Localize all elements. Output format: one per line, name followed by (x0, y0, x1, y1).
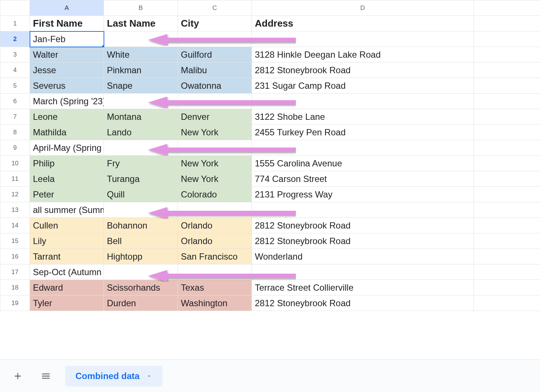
cell[interactable]: First Name (30, 16, 104, 31)
cell[interactable] (104, 202, 178, 218)
cell[interactable]: 2812 Stoneybrook Road (252, 233, 474, 249)
table-row[interactable]: 5 Severus Snape Owatonna 231 Sugar Camp … (0, 78, 540, 94)
cell[interactable]: Jesse (30, 62, 104, 78)
table-row[interactable]: 1 First Name Last Name City Address (0, 16, 540, 31)
cell[interactable] (252, 31, 474, 47)
row-header[interactable]: 11 (0, 171, 30, 187)
row-header[interactable]: 16 (0, 249, 30, 264)
cell[interactable]: Denver (178, 109, 252, 125)
cell[interactable]: 3128 Hinkle Deegan Lake Road (252, 47, 474, 62)
table-row[interactable]: 17 Sep-Oct (Autumn '23) (0, 264, 540, 280)
all-sheets-button[interactable] (37, 367, 55, 385)
table-row[interactable]: 16 Tarrant Hightopp San Francisco Wonder… (0, 249, 540, 264)
table-row[interactable]: 13 all summer (Summer '23) (0, 202, 540, 218)
cell[interactable] (104, 264, 178, 280)
cell[interactable] (178, 94, 252, 109)
cell[interactable] (474, 78, 540, 94)
cell[interactable] (474, 62, 540, 78)
cell[interactable] (104, 94, 178, 109)
cell[interactable] (178, 31, 252, 47)
cell[interactable]: March (Spring '23) (30, 94, 104, 109)
cell[interactable] (474, 156, 540, 171)
column-header-D[interactable]: D (252, 0, 474, 16)
cell[interactable]: Hightopp (104, 249, 178, 264)
cell[interactable]: Philip (30, 156, 104, 171)
cell[interactable] (178, 140, 252, 156)
table-row[interactable]: 19 Tyler Durden Washington 2812 Stoneybr… (0, 295, 540, 311)
cell[interactable]: Lily (30, 233, 104, 249)
cell[interactable] (474, 202, 540, 218)
cell[interactable] (178, 264, 252, 280)
cell[interactable]: Orlando (178, 218, 252, 233)
cell[interactable]: Leone (30, 109, 104, 125)
cell[interactable] (474, 171, 540, 187)
cell[interactable]: April-May (Spring '23) (30, 140, 104, 156)
cell[interactable] (474, 187, 540, 202)
table-row[interactable]: 8 Mathilda Lando New York 2455 Turkey Pe… (0, 125, 540, 140)
row-header[interactable]: 7 (0, 109, 30, 125)
cell[interactable]: San Francisco (178, 249, 252, 264)
cell[interactable] (474, 233, 540, 249)
table-row[interactable]: 18 Edward Scissorhands Texas Terrace Str… (0, 280, 540, 295)
cell[interactable] (474, 295, 540, 311)
cell[interactable]: Mathilda (30, 125, 104, 140)
row-header[interactable]: 5 (0, 78, 30, 94)
table-row[interactable]: 15 Lily Bell Orlando 2812 Stoneybrook Ro… (0, 233, 540, 249)
cell[interactable]: 2131 Progress Way (252, 187, 474, 202)
cell[interactable]: Malibu (178, 62, 252, 78)
row-header[interactable]: 12 (0, 187, 30, 202)
cell[interactable]: Address (252, 16, 474, 31)
cell[interactable] (252, 202, 474, 218)
row-header[interactable]: 2 (0, 31, 30, 47)
table-row[interactable]: 11 Leela Turanga New York 774 Carson Str… (0, 171, 540, 187)
cell-selected[interactable]: Jan-Feb (30, 31, 104, 47)
table-row[interactable]: 12 Peter Quill Colorado 2131 Progress Wa… (0, 187, 540, 202)
spreadsheet-grid[interactable]: A B C D 1 First Name Last Name City Addr… (0, 0, 540, 311)
cell[interactable]: Severus (30, 78, 104, 94)
cell[interactable]: Fry (104, 156, 178, 171)
cell[interactable]: Bell (104, 233, 178, 249)
row-header[interactable]: 18 (0, 280, 30, 295)
cell[interactable]: Pinkman (104, 62, 178, 78)
cell[interactable] (474, 280, 540, 295)
table-row[interactable]: 4 Jesse Pinkman Malibu 2812 Stoneybrook … (0, 62, 540, 78)
cell[interactable] (252, 264, 474, 280)
cell[interactable] (104, 140, 178, 156)
row-header[interactable]: 8 (0, 125, 30, 140)
cell[interactable]: 2812 Stoneybrook Road (252, 218, 474, 233)
cell[interactable]: Edward (30, 280, 104, 295)
cell[interactable]: Cullen (30, 218, 104, 233)
cell[interactable] (252, 140, 474, 156)
cell[interactable]: Quill (104, 187, 178, 202)
cell[interactable] (474, 218, 540, 233)
cell[interactable]: Texas (178, 280, 252, 295)
cell[interactable] (474, 249, 540, 264)
column-header-C[interactable]: C (178, 0, 252, 16)
cell[interactable]: City (178, 16, 252, 31)
column-header-empty[interactable] (474, 0, 540, 16)
row-header[interactable]: 6 (0, 94, 30, 109)
cell[interactable]: Bohannon (104, 218, 178, 233)
cell[interactable]: New York (178, 125, 252, 140)
cell[interactable]: Walter (30, 47, 104, 62)
select-all-corner[interactable] (0, 0, 30, 16)
cell[interactable]: Peter (30, 187, 104, 202)
cell[interactable]: Montana (104, 109, 178, 125)
table-row[interactable]: 6 March (Spring '23) (0, 94, 540, 109)
cell[interactable] (474, 47, 540, 62)
table-row[interactable]: 9 April-May (Spring '23) (0, 140, 540, 156)
cell[interactable]: Turanga (104, 171, 178, 187)
cell[interactable]: Colorado (178, 187, 252, 202)
cell[interactable]: Owatonna (178, 78, 252, 94)
cell[interactable] (178, 202, 252, 218)
cell[interactable]: 231 Sugar Camp Road (252, 78, 474, 94)
cell[interactable] (252, 94, 474, 109)
row-header[interactable]: 1 (0, 16, 30, 31)
cell[interactable]: 1555 Carolina Avenue (252, 156, 474, 171)
cell[interactable]: 2455 Turkey Pen Road (252, 125, 474, 140)
table-row[interactable]: 2 Jan-Feb (0, 31, 540, 47)
cell[interactable]: 3122 Shobe Lane (252, 109, 474, 125)
cell[interactable]: Durden (104, 295, 178, 311)
selection-handle[interactable] (102, 45, 104, 47)
cell[interactable]: Terrace Street Collierville (252, 280, 474, 295)
